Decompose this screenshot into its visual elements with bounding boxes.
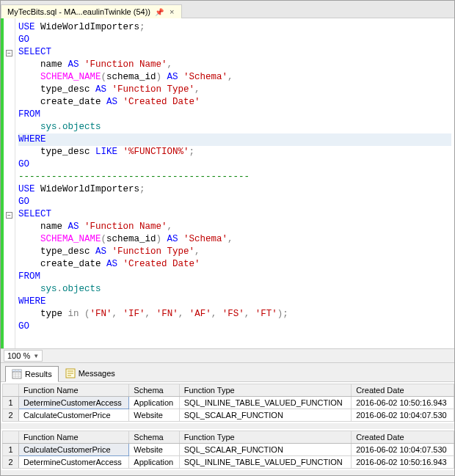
results-tab-strip: Results Messages [1,363,454,382]
col-function-name[interactable]: Function Name [19,431,129,444]
results-panel: Results Messages Function Name Schema Fu… [1,363,454,476]
cell[interactable]: 2016-06-02 10:04:07.530 [352,444,454,456]
gutter: − − [4,18,15,348]
grid-corner[interactable] [3,384,19,397]
cell[interactable]: Application [129,456,179,469]
close-icon[interactable]: × [168,7,175,16]
cell[interactable]: 2016-06-02 10:50:16.943 [352,456,454,469]
tab-messages-label: Messages [79,369,115,378]
row-number[interactable]: 1 [3,444,19,456]
code-area[interactable]: USE WideWorldImporters; GO SELECT name A… [15,18,454,348]
code-editor[interactable]: − − USE WideWorldImporters; GO SELECT na… [1,18,454,348]
table-row[interactable]: 1 DetermineCustomerAccess Application SQ… [3,397,454,409]
pin-icon[interactable]: 📌 [155,8,164,16]
cell[interactable]: 2016-06-02 10:50:16.943 [352,397,454,409]
col-created-date[interactable]: Created Date [352,384,454,397]
zoom-bar: 100 % ▼ [1,348,454,363]
fold-icon[interactable]: − [6,50,12,56]
cell[interactable]: Application [129,397,179,409]
cell[interactable]: Website [129,444,179,456]
tab-bar: MyTecBits.sql - MA...eaulinTwinkle (54))… [1,1,454,18]
row-number[interactable]: 1 [3,397,19,409]
tab-title: MyTecBits.sql - MA...eaulinTwinkle (54)) [7,7,150,16]
cell[interactable]: DetermineCustomerAccess [19,456,129,469]
table-row[interactable]: 2 CalculateCustomerPrice Website SQL_SCA… [3,409,454,422]
zoom-value: 100 % [7,351,30,360]
col-schema[interactable]: Schema [129,384,179,397]
cell[interactable]: SQL_SCALAR_FUNCTION [179,444,351,456]
chevron-down-icon: ▼ [33,353,39,359]
cell[interactable]: CalculateCustomerPrice [19,444,129,456]
col-function-type[interactable]: Function Type [179,431,351,444]
cell[interactable]: SQL_INLINE_TABLE_VALUED_FUNCTION [179,456,351,469]
result-grid-1: Function Name Schema Function Type Creat… [1,382,454,429]
messages-icon [65,368,76,378]
grid-corner[interactable] [3,431,19,444]
table-row[interactable]: 2 DetermineCustomerAccess Application SQ… [3,456,454,469]
cell[interactable]: 2016-06-02 10:04:07.530 [352,409,454,422]
col-schema[interactable]: Schema [129,431,179,444]
col-created-date[interactable]: Created Date [352,431,454,444]
cell[interactable]: Website [129,409,179,422]
results-grid-icon [12,369,22,379]
grid-table-1[interactable]: Function Name Schema Function Type Creat… [2,384,454,422]
editor-tab[interactable]: MyTecBits.sql - MA...eaulinTwinkle (54))… [1,4,182,18]
tab-results[interactable]: Results [5,366,59,382]
col-function-type[interactable]: Function Type [179,384,351,397]
tab-results-label: Results [25,370,52,378]
table-row[interactable]: 1 CalculateCustomerPrice Website SQL_SCA… [3,444,454,456]
cell[interactable]: SQL_SCALAR_FUNCTION [179,409,351,422]
col-function-name[interactable]: Function Name [19,384,129,397]
row-number[interactable]: 2 [3,456,19,469]
cell[interactable]: CalculateCustomerPrice [19,409,129,422]
tab-messages[interactable]: Messages [59,365,122,381]
row-number[interactable]: 2 [3,409,19,422]
cell[interactable]: DetermineCustomerAccess [19,397,129,409]
cell[interactable]: SQL_INLINE_TABLE_VALUED_FUNCTION [179,397,351,409]
grid-table-2[interactable]: Function Name Schema Function Type Creat… [2,431,454,469]
result-grid-2: Function Name Schema Function Type Creat… [1,429,454,476]
fold-icon[interactable]: − [6,212,12,219]
zoom-dropdown[interactable]: 100 % ▼ [4,350,43,362]
